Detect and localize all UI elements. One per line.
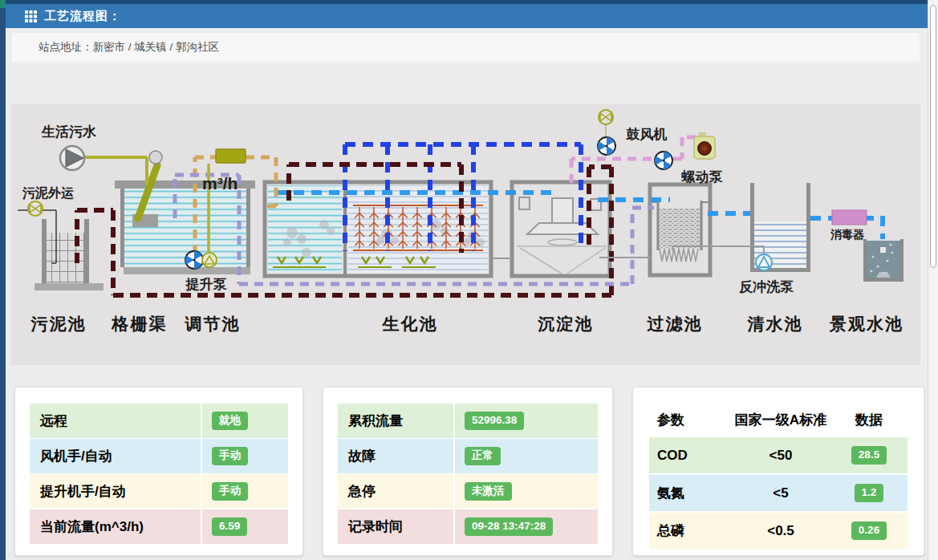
quality-row-nh3n: 氨氮 <5 1.2	[649, 475, 908, 513]
corner-accent	[0, 0, 6, 8]
status-label: 提升机手/自动	[30, 482, 201, 501]
quality-param: COD	[649, 448, 731, 464]
quality-header-param: 参数	[649, 411, 731, 429]
stage-label-regulating-pool: 调节池	[185, 314, 241, 333]
page-title: 工艺流程图：	[44, 9, 121, 24]
stage-label-sedimentation-pool: 沉淀池	[538, 314, 594, 333]
status-label: 急停	[338, 482, 453, 501]
status-label: 风机手/自动	[30, 447, 201, 465]
biochemical-tank	[265, 182, 491, 276]
backwash-pump-label: 反冲洗泵	[738, 279, 794, 294]
status-badge: 就地	[212, 412, 248, 430]
breadcrumb-text: 站点地址：新密市 / 城关镇 / 郭沟社区	[39, 40, 219, 55]
breadcrumb: 站点地址：新密市 / 城关镇 / 郭沟社区	[11, 32, 920, 63]
scrollbar-thumb[interactable]	[930, 5, 936, 268]
status-badge: 正常	[465, 447, 501, 465]
stage-label-landscape-pool: 景观水池	[829, 314, 903, 333]
screw-pump-fan-icon	[652, 152, 672, 172]
stage-label-clear-water-pool: 清水池	[747, 314, 803, 333]
quality-row-cod: COD <50 28.5	[649, 437, 908, 475]
disinfector-label: 消毒器	[830, 228, 865, 241]
status-row: 急停 未激活	[338, 474, 598, 509]
disinfector-box	[832, 210, 867, 225]
status-badge: 未激活	[465, 482, 512, 501]
status-row: 当前流量(m^3/h) 6.59	[30, 509, 288, 545]
quality-value-badge: 28.5	[851, 446, 887, 465]
status-label: 记录时间	[338, 517, 453, 536]
status-badge: 手动	[212, 447, 248, 465]
sedimentation-tank	[512, 182, 610, 276]
quality-value-badge: 1.2	[855, 484, 884, 502]
status-badge: 09-28 13:47:28	[465, 517, 553, 536]
quality-standard: <0.5	[731, 523, 830, 539]
stage-label-sludge-pool: 污泥池	[30, 314, 87, 333]
lift-pump-label: 提升泵	[185, 277, 228, 292]
water-quality-card: 参数 国家一级A标准 数据 COD <50 28.5 氨氮 <5 1.2 总磷 …	[632, 387, 924, 556]
status-label: 当前流量(m^3/h)	[30, 517, 201, 536]
page-root: 工艺流程图： 站点地址：新密市 / 城关镇 / 郭沟社区	[0, 0, 938, 560]
status-row: 提升机手/自动 手动	[30, 474, 288, 509]
quality-table-header: 参数 国家一级A标准 数据	[649, 402, 908, 437]
blower-valve-icon	[599, 110, 613, 124]
inflow-pump-icon	[60, 146, 84, 170]
blower-fan-icon	[595, 137, 615, 157]
status-label: 远程	[30, 412, 201, 430]
status-row: 故障 正常	[338, 439, 598, 474]
left-accent-strip	[0, 0, 6, 560]
status-row: 记录时间 09-28 13:47:28	[338, 509, 598, 545]
blower-label: 鼓风机	[626, 127, 668, 142]
sludge-out-label: 污泥外运	[22, 186, 75, 200]
dosing-container	[694, 132, 715, 159]
status-badge: 52996.38	[465, 412, 524, 430]
quality-header-standard: 国家一级A标准	[731, 411, 830, 429]
status-row: 风机手/自动 手动	[30, 439, 288, 474]
stage-label-screen-channel: 格栅渠	[112, 314, 168, 333]
stage-label-filter-pool: 过滤池	[647, 314, 703, 333]
header-bar: 工艺流程图：	[6, 4, 928, 28]
status-label: 累积流量	[338, 412, 453, 430]
quality-standard: <50	[731, 448, 830, 464]
quality-param: 总磷	[649, 521, 731, 540]
status-label: 故障	[338, 447, 453, 465]
grid-icon	[25, 10, 37, 22]
sludge-tank	[35, 219, 104, 290]
sludge-valve-icon	[28, 201, 43, 216]
status-row: 累积流量 52996.38	[338, 404, 598, 439]
flow-unit-label: m³/h	[202, 174, 238, 193]
landscape-pool	[863, 239, 903, 282]
inflow-label: 生活污水	[41, 124, 97, 140]
status-badge: 手动	[212, 482, 248, 501]
runtime-status-card: 累积流量 52996.38 故障 正常 急停 未激活 记录时间 09-28 13…	[323, 387, 613, 556]
screw-pump-label: 螺动泵	[681, 169, 724, 185]
quality-value-badge: 0.26	[851, 521, 887, 540]
status-row: 远程 就地	[30, 404, 288, 439]
quality-param: 氨氮	[649, 484, 731, 502]
stage-label-biochemical-pool: 生化池	[382, 314, 438, 333]
quality-standard: <5	[731, 485, 830, 501]
status-badge: 6.59	[212, 517, 247, 536]
control-status-card: 远程 就地 风机手/自动 手动 提升机手/自动 手动 当前流量(m^3/h) 6…	[14, 387, 303, 556]
backwash-pump-icon	[756, 254, 772, 270]
vertical-scrollbar[interactable]	[928, 0, 938, 560]
quality-header-data: 数据	[830, 411, 908, 429]
screen-channel-tank	[115, 151, 255, 274]
lift-pump-valve-icon	[202, 253, 217, 267]
process-flow-diagram: 生活污水 污泥外运 m³/h 提升泵 鼓风机 螺动泵 反冲洗泵 消毒器 污泥池 …	[11, 104, 920, 365]
quality-row-tp: 总磷 <0.5 0.26	[649, 513, 908, 550]
flow-meter	[216, 149, 246, 163]
